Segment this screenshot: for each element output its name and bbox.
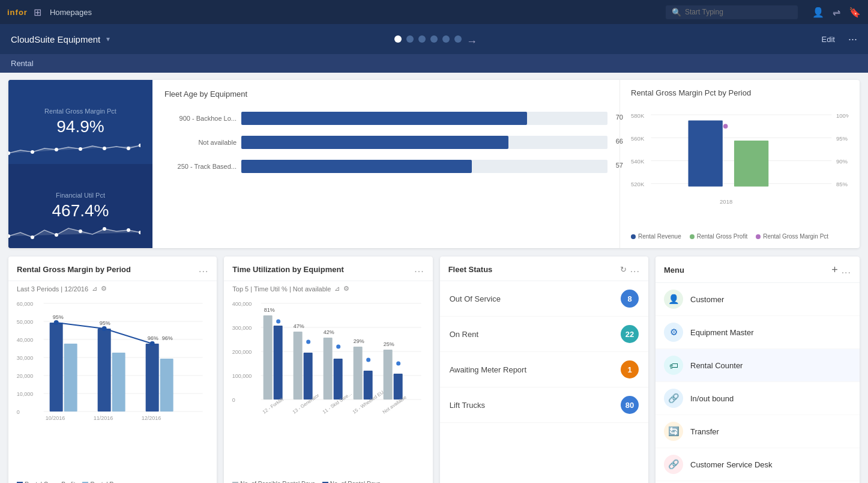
menu-item-5[interactable]: 🔗 Customer Service Desk [656,448,860,481]
rgm-filter-icon[interactable]: ⊿ [92,285,97,293]
tu-title: Time Utilization by Equipment [232,265,411,274]
search-box[interactable]: 🔍 [666,5,798,19]
header-more-icon[interactable]: ··· [848,33,857,46]
menu-item-2[interactable]: 🏷 Rental Counter [656,349,860,382]
fleet-age-panel: Fleet Age by Equipment 900 - Backhoe Lo.… [152,80,619,248]
inout-bound-icon: 🔗 [664,389,683,408]
bar-track-2: 57 [241,160,607,173]
fs-header: Fleet Status ↻ ... [440,257,648,281]
dot-5[interactable] [442,35,450,43]
fs-label-0: Out Of Service [450,294,621,303]
fleet-status-card: Fleet Status ↻ ... Out Of Service 8 On R… [440,257,648,483]
rgm-title: Rental Gross Margin by Period [17,265,195,274]
tu-legend: No. of Possible Rental Days No. of Renta… [224,477,432,483]
dot-6[interactable] [454,35,462,43]
menu-item-0[interactable]: 👤 Customer [656,283,860,316]
bar-val-1: 66 [616,138,623,145]
dot-1[interactable] [394,35,402,43]
svg-rect-26 [689,121,723,187]
dot-4[interactable] [430,35,438,43]
fs-more[interactable]: ... [630,264,640,275]
svg-text:200,000: 200,000 [232,349,252,355]
menu-header: Menu + ... [656,257,860,283]
tu-more[interactable]: ... [414,264,424,275]
title-dropdown-icon[interactable]: ▾ [106,35,110,43]
svg-text:10/2016: 10/2016 [46,415,65,421]
svg-rect-87 [394,374,403,399]
bar-row-1: Not available 66 [164,136,607,149]
rgm-more[interactable]: ... [199,264,208,275]
svg-rect-45 [64,344,77,412]
transfer-icon: 🔄 [664,422,683,441]
tu-filter-icon[interactable]: ⊿ [334,285,340,293]
share-icon[interactable]: ⇌ [833,7,840,18]
rgm-header: Rental Gross Margin by Period ... [8,257,217,281]
svg-text:520K: 520K [631,181,645,187]
svg-text:0: 0 [17,409,20,415]
dot-7[interactable]: → [466,35,474,43]
menu-item-1[interactable]: ⚙ Equipment Master [656,316,860,349]
menu-more[interactable]: ... [842,265,851,276]
nav-title: Homepages [50,8,92,17]
menu-label-0: Customer [690,295,724,304]
svg-point-3 [79,147,82,151]
grid-icon[interactable]: ⊞ [34,7,41,18]
svg-point-54 [54,320,59,325]
svg-text:400,000: 400,000 [232,301,252,307]
search-input[interactable] [685,8,781,16]
svg-rect-51 [160,359,173,412]
bar-fill-1 [241,136,508,149]
customer-service-icon: 🔗 [664,455,683,474]
menu-item-3[interactable]: 🔗 In/out bound [656,382,860,415]
infor-logo: infor [7,8,28,17]
search-icon: 🔍 [672,8,681,17]
fs-refresh-icon[interactable]: ↻ [620,265,627,274]
bar-val-0: 70 [616,114,623,121]
svg-text:90%: 90% [836,158,848,165]
fs-item-3[interactable]: Lift Trucks 80 [440,387,648,423]
svg-text:20,000: 20,000 [17,373,34,379]
svg-text:96%: 96% [162,335,173,341]
fs-badge-3: 80 [621,396,639,414]
menu-label-5: Customer Service Desk [690,460,773,469]
svg-rect-79 [334,359,343,399]
svg-rect-83 [364,371,373,399]
tu-chart-body: 400,000 300,000 200,000 100,000 0 81% [224,296,432,477]
edit-button[interactable]: Edit [822,35,835,44]
user-icon[interactable]: 👤 [812,7,824,18]
menu-item-4[interactable]: 🔄 Transfer [656,415,860,448]
menu-label-4: Transfer [690,427,719,436]
tu-legend-rental: No. of Rental Days [322,481,381,483]
dot-2[interactable] [406,35,414,43]
svg-text:2018: 2018 [720,198,732,205]
fs-badge-2: 1 [621,360,639,378]
svg-point-10 [79,229,82,233]
tu-legend-possible: No. of Possible Rental Days [232,481,315,483]
dot-3[interactable] [418,35,426,43]
tu-settings-icon[interactable]: ⚙ [343,285,349,293]
fs-item-2[interactable]: Awaiting Meter Report 1 [440,352,648,387]
fs-body: Out Of Service 8 On Rent 22 Awaiting Met… [440,281,648,423]
svg-point-9 [55,233,58,237]
svg-point-28 [723,124,728,129]
svg-point-89 [396,362,400,366]
header-bar: CloudSuite Equipment ▾ → Edit ··· [0,24,868,54]
svg-text:300,000: 300,000 [232,325,252,331]
rental-margin-chart: 580K 560K 540K 520K 100% 95% 90% 85% [631,105,849,228]
svg-text:95%: 95% [53,314,64,320]
rgm-settings-icon[interactable]: ⚙ [101,285,107,293]
rental-gross-margin-card: Rental Gross Margin by Period ... Last 3… [8,257,217,483]
svg-rect-27 [734,141,768,186]
svg-text:96%: 96% [148,335,158,341]
menu-add-icon[interactable]: + [831,264,838,276]
bookmark-icon[interactable]: 🔖 [849,7,861,18]
svg-text:25%: 25% [384,341,394,347]
fs-item-0[interactable]: Out Of Service 8 [440,281,648,317]
section-label: Rental [0,54,868,73]
bar-track-1: 66 [241,136,607,149]
rental-counter-icon: 🏷 [664,356,683,375]
svg-text:60,000: 60,000 [17,301,34,307]
svg-rect-44 [50,323,63,412]
svg-text:100%: 100% [836,112,849,119]
fs-item-1[interactable]: On Rent 22 [440,317,648,352]
